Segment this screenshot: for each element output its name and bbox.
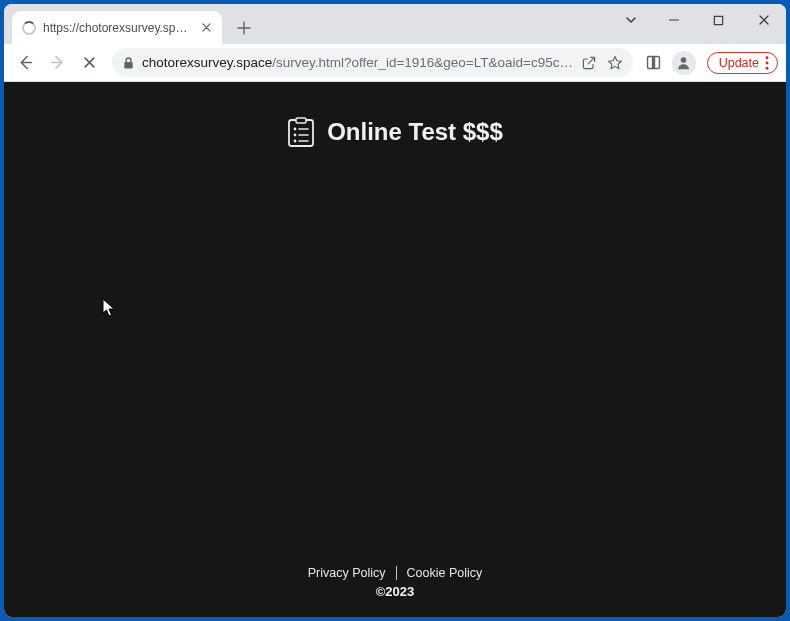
maximize-button[interactable] [696, 4, 741, 36]
clipboard-icon [287, 117, 315, 147]
tab-title: https://chotorexsurvey.space/sur [43, 21, 191, 35]
url-path: /survey.html?offer_id=1916&geo=LT&oaid=c… [272, 55, 573, 70]
copyright-text: ©2023 [376, 584, 415, 599]
minimize-button[interactable] [651, 4, 696, 36]
svg-point-14 [294, 140, 297, 143]
svg-point-10 [294, 128, 297, 131]
extensions-icon[interactable] [645, 54, 663, 72]
svg-rect-0 [714, 16, 722, 24]
tab-search-button[interactable] [611, 4, 651, 36]
browser-tab[interactable]: https://chotorexsurvey.space/sur [12, 11, 222, 44]
menu-dots-icon [765, 56, 769, 70]
browser-window: https://chotorexsurvey.space/sur [4, 4, 786, 617]
url-text: chotorexsurvey.space/survey.html?offer_i… [142, 55, 574, 70]
profile-avatar[interactable] [672, 51, 696, 75]
close-window-button[interactable] [741, 4, 786, 36]
privacy-policy-link[interactable]: Privacy Policy [308, 566, 386, 580]
toolbar: chotorexsurvey.space/survey.html?offer_i… [4, 44, 786, 82]
stop-reload-button[interactable] [74, 48, 104, 78]
svg-point-5 [766, 56, 769, 59]
omnibox-icons [581, 55, 627, 71]
titlebar: https://chotorexsurvey.space/sur [4, 4, 786, 44]
url-host: chotorexsurvey.space [142, 55, 272, 70]
page-title: Online Test $$$ [327, 118, 503, 146]
back-button[interactable] [10, 48, 40, 78]
page-footer: Privacy Policy Cookie Policy ©2023 [4, 566, 786, 599]
mouse-cursor-icon [102, 298, 116, 318]
page-header: Online Test $$$ [287, 117, 503, 147]
footer-separator [396, 566, 397, 580]
svg-rect-8 [289, 120, 313, 146]
cookie-policy-link[interactable]: Cookie Policy [407, 566, 483, 580]
new-tab-button[interactable] [230, 14, 258, 42]
tab-close-button[interactable] [198, 20, 214, 36]
share-icon[interactable] [581, 55, 597, 71]
window-controls [611, 4, 786, 36]
update-button[interactable]: Update [707, 52, 778, 74]
bookmark-star-icon[interactable] [607, 55, 623, 71]
update-label: Update [719, 56, 759, 70]
svg-rect-9 [296, 118, 306, 123]
address-bar[interactable]: chotorexsurvey.space/survey.html?offer_i… [112, 48, 633, 77]
svg-point-4 [681, 57, 687, 63]
page-content: Online Test $$$ Privacy Policy Cookie Po… [4, 82, 786, 617]
svg-point-12 [294, 134, 297, 137]
toolbar-right: Update [645, 51, 778, 75]
svg-rect-1 [124, 62, 132, 68]
lock-icon[interactable] [122, 56, 135, 70]
footer-links: Privacy Policy Cookie Policy [308, 566, 483, 580]
loading-spinner-icon [22, 21, 36, 35]
forward-button[interactable] [42, 48, 72, 78]
svg-point-7 [766, 66, 769, 69]
svg-rect-3 [652, 57, 655, 69]
svg-point-6 [766, 61, 769, 64]
